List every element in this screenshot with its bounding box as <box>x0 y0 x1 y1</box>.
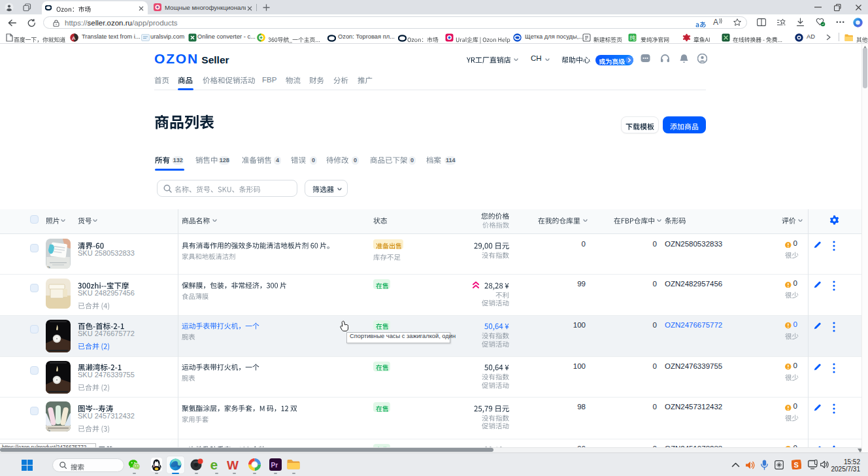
svg-text:e: e <box>210 458 218 471</box>
svg-text:S: S <box>794 461 799 469</box>
svg-text:Pr: Pr <box>271 462 278 469</box>
svg-text:Tb: Tb <box>47 265 50 269</box>
svg-text:W: W <box>227 458 239 471</box>
svg-text:Tb: Tb <box>47 429 50 432</box>
svg-text:A: A <box>72 35 76 41</box>
svg-text:纯: 纯 <box>629 35 635 41</box>
